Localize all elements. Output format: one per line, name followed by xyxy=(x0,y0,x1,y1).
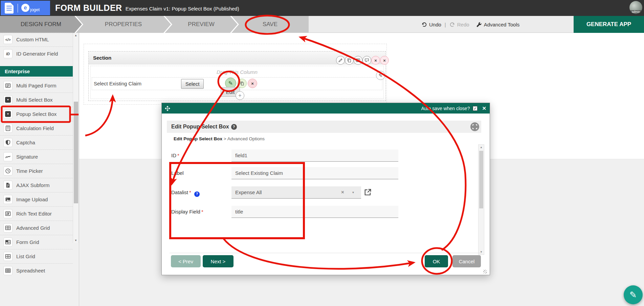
subform-document-icon xyxy=(3,181,13,190)
joget-logo[interactable]: e joget xyxy=(21,4,40,12)
add-element-icon[interactable]: + xyxy=(236,91,244,100)
datalist-help-icon[interactable]: ? xyxy=(194,191,200,197)
tab-preview[interactable]: PREVIEW xyxy=(165,16,238,33)
label-field-label: Label xyxy=(171,170,184,176)
dialog-scrollbar[interactable]: ▲ ▼ xyxy=(478,144,484,255)
select-box-icon: ▼ xyxy=(3,109,13,119)
chevron-down-icon[interactable]: ▾ xyxy=(352,190,354,194)
redo-button[interactable]: Redo xyxy=(457,22,469,27)
user-avatar[interactable]: admin xyxy=(629,1,642,14)
palette-item-image-upload[interactable]: Image Upload xyxy=(0,192,73,206)
breadcrumb: Edit Popup Select Box > Advanced Options xyxy=(174,136,265,141)
grid-icon xyxy=(3,252,13,261)
builder-tabbar: DESIGN FORM PROPERTIES PREVIEW SAVE Undo… xyxy=(0,16,644,33)
next-button[interactable]: Next > xyxy=(203,255,234,267)
comment-icon[interactable] xyxy=(362,56,371,65)
code-icon: </> xyxy=(3,35,13,44)
clock-icon xyxy=(3,166,13,176)
dialog-titlebar[interactable]: Auto save when close? ✓ ✕ xyxy=(162,103,490,114)
delete-section-icon[interactable]: × xyxy=(380,56,389,65)
palette-item-multi-paged-form[interactable]: Multi Paged Form xyxy=(0,78,73,93)
scrollbar-thumb[interactable] xyxy=(479,151,483,208)
display-field-label: Display Field* xyxy=(171,209,203,215)
quick-edit-fab[interactable]: ✎ xyxy=(624,285,643,304)
select-box-icon: ▼ xyxy=(3,95,13,104)
id-icon: ID xyxy=(3,49,13,58)
palette-item-captcha[interactable]: Captcha xyxy=(0,135,73,149)
joget-logo-text: joget xyxy=(30,7,40,12)
scroll-down-icon[interactable]: ▼ xyxy=(73,239,79,242)
palette-item-custom-html[interactable]: </> Custom HTML xyxy=(0,32,73,46)
palette-item-time-picker[interactable]: Time Picker xyxy=(0,164,73,178)
edit-column-icon[interactable]: ✎ xyxy=(376,71,385,80)
palette-item-calculation-field[interactable]: Calculation Field xyxy=(0,121,73,135)
window-title: FORM BUILDER Expenses Claim v1: Popup Se… xyxy=(55,0,239,16)
avatar-label: admin xyxy=(629,10,642,14)
id-field-label: ID* xyxy=(171,152,179,158)
move-icon[interactable] xyxy=(165,106,170,111)
section-title: Section xyxy=(93,55,111,61)
clear-selection-icon[interactable]: × xyxy=(341,189,344,195)
palette-item-popup-select-box[interactable]: ▼ Popup Select Box xyxy=(0,107,73,121)
palette-item-rich-text-editor[interactable]: Rich Text Editor xyxy=(0,206,73,221)
wrench-icon xyxy=(476,22,482,27)
external-link-icon[interactable] xyxy=(364,188,372,196)
resize-handle[interactable] xyxy=(483,270,487,273)
prev-button[interactable]: < Prev xyxy=(171,255,201,267)
copy-section-icon[interactable] xyxy=(345,56,354,65)
palette-item-list-grid[interactable]: List Grid xyxy=(0,249,73,263)
signature-icon xyxy=(3,152,13,161)
advanced-tools-button[interactable]: Advanced Tools xyxy=(484,22,520,27)
generate-app-button[interactable]: GENERATE APP xyxy=(574,16,644,33)
copy-field-icon[interactable] xyxy=(237,79,247,88)
section-header[interactable]: Section × × xyxy=(89,52,385,64)
page-subtitle: Expenses Claim v1: Popup Select Box (Pub… xyxy=(126,6,239,12)
calculator-icon xyxy=(3,124,13,133)
drag-column-hint: Drag This Column xyxy=(91,69,383,75)
scrollbar-thumb[interactable] xyxy=(74,102,78,203)
help-icon[interactable]: ? xyxy=(231,124,237,130)
paged-form-icon xyxy=(3,81,13,90)
select-button[interactable]: Select xyxy=(181,79,204,89)
breadcrumb-current: Advanced Options xyxy=(227,136,265,141)
columns-icon[interactable] xyxy=(354,56,362,65)
logo-block[interactable]: e joget xyxy=(1,1,50,15)
tab-properties[interactable]: PROPERTIES xyxy=(76,16,171,33)
grid-icon xyxy=(3,266,13,275)
display-field-input[interactable] xyxy=(231,206,398,218)
tab-design-form[interactable]: DESIGN FORM xyxy=(0,16,82,33)
cancel-button[interactable]: Cancel xyxy=(452,255,481,267)
breadcrumb-root: Edit Popup Select Box xyxy=(174,136,222,141)
pencil-icon: ✎ xyxy=(629,290,637,300)
autosave-checkbox[interactable]: ✓ xyxy=(473,106,478,111)
palette-item-advanced-grid[interactable]: Advanced Grid xyxy=(0,221,73,235)
image-icon xyxy=(3,195,13,204)
palette-item-signature[interactable]: Signature xyxy=(0,149,73,164)
delete-field-icon[interactable]: × xyxy=(248,79,257,88)
palette-item-multi-select-box[interactable]: ▼ Multi Select Box xyxy=(0,93,73,107)
redo-icon[interactable] xyxy=(449,22,455,27)
undo-button[interactable]: Undo xyxy=(429,22,441,27)
palette-item-id-generator[interactable]: ID ID Generator Field xyxy=(0,46,73,61)
tab-save[interactable]: SAVE xyxy=(231,16,309,33)
remove-permission-icon[interactable]: × xyxy=(371,56,380,65)
quick-toolbar: Undo | Redo Advanced Tools xyxy=(421,16,519,33)
ok-button[interactable]: OK xyxy=(425,255,448,267)
palette-item-ajax-subform[interactable]: AJAX Subform xyxy=(0,178,73,192)
scroll-up-icon[interactable]: ▲ xyxy=(479,146,484,149)
sidebar-scrollbar[interactable]: ▲ ▼ xyxy=(73,33,79,243)
undo-icon[interactable] xyxy=(421,22,427,27)
id-input[interactable] xyxy=(231,149,398,162)
label-input[interactable] xyxy=(231,167,398,179)
autosave-label: Auto save when close? xyxy=(421,106,470,111)
palette-item-spreadsheet[interactable]: Spreadsheet xyxy=(0,263,73,278)
footer-divider xyxy=(170,253,482,253)
close-icon[interactable]: ✕ xyxy=(482,105,486,111)
fullscreen-icon[interactable] xyxy=(470,122,479,131)
form-builder-app: e joget FORM BUILDER Expenses Claim v1: … xyxy=(0,0,644,306)
edit-section-icon[interactable] xyxy=(336,56,345,65)
palette-item-form-grid[interactable]: Form Grid xyxy=(0,235,73,249)
scroll-up-icon[interactable]: ▲ xyxy=(73,34,79,37)
joget-logo-icon: e xyxy=(21,4,29,12)
breadcrumb-separator: > xyxy=(224,136,226,141)
